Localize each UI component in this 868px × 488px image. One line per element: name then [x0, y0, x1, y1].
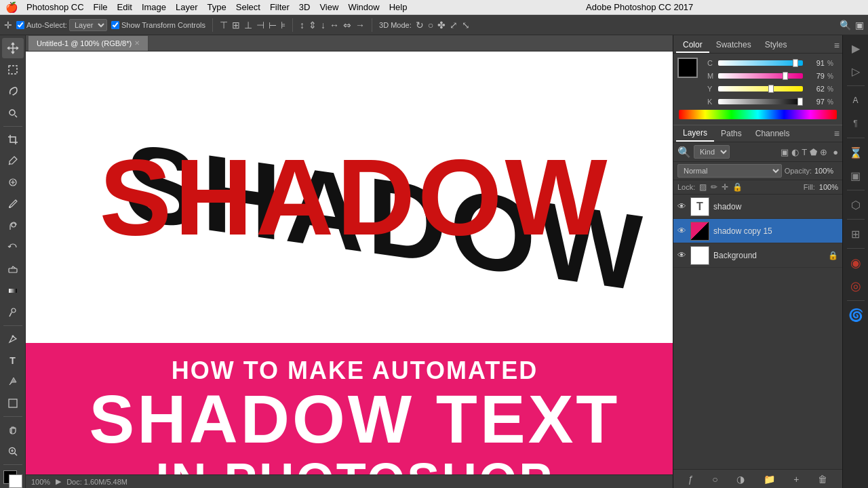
distribute-right-icon[interactable]: →	[355, 20, 365, 30]
lock-all-icon[interactable]: 🔒	[732, 182, 743, 192]
auto-select-dropdown[interactable]: Layer	[69, 19, 107, 31]
lock-position-icon[interactable]: ✛	[722, 182, 728, 192]
k-slider-thumb[interactable]	[797, 98, 803, 106]
canvas-wrapper[interactable]: SHADOW SHADOW HOW TO MAKE AUTOMATED SHAD…	[26, 52, 673, 474]
show-transform-checkbox[interactable]	[111, 21, 119, 29]
3d-scale-icon[interactable]: ⤡	[462, 20, 470, 30]
filter-shape-icon[interactable]: ⬟	[810, 147, 817, 157]
menu-view[interactable]: View	[319, 2, 338, 12]
properties-panel-icon[interactable]: ⊞	[846, 224, 866, 244]
history-panel-icon[interactable]: ⌛	[846, 142, 866, 163]
c-slider[interactable]	[718, 60, 803, 66]
tab-close-button[interactable]: ✕	[134, 39, 140, 47]
distribute-top-icon[interactable]: ↕	[300, 20, 304, 30]
path-selection-tool[interactable]	[2, 371, 24, 392]
align-vert-center-icon[interactable]: ⊞	[232, 20, 240, 30]
panel-arrow-icon[interactable]: ▶	[846, 38, 866, 58]
extra-panel-icon[interactable]: 🌀	[846, 305, 866, 325]
y-slider[interactable]	[718, 86, 803, 92]
rectangular-marquee-tool[interactable]	[2, 60, 24, 80]
auto-select-checkbox[interactable]	[16, 21, 24, 29]
lock-image-icon[interactable]: ✏	[711, 182, 717, 192]
text-tool[interactable]: T	[2, 350, 24, 371]
align-bottom-icon[interactable]: ⊥	[244, 20, 252, 30]
tab-layers[interactable]: Layers	[676, 125, 714, 142]
color-swatch[interactable]	[677, 58, 698, 78]
lock-transparent-icon[interactable]: ▨	[699, 182, 707, 192]
effects-panel-icon[interactable]: ◎	[846, 276, 866, 296]
shape-tool[interactable]	[2, 393, 24, 413]
quick-select-tool[interactable]	[2, 103, 24, 123]
hand-tool[interactable]	[2, 420, 24, 440]
tab-styles[interactable]: Styles	[758, 38, 794, 53]
align-right-icon[interactable]: ⊧	[281, 20, 285, 30]
color-panel-menu[interactable]: ≡	[834, 40, 840, 51]
filter-toggle[interactable]: ●	[833, 147, 838, 157]
actions-panel-icon[interactable]: ▣	[846, 165, 866, 186]
blend-mode-select[interactable]: Normal	[677, 164, 782, 178]
workspace-icon[interactable]: ▣	[855, 20, 864, 30]
layer-item[interactable]: 👁 T shadow	[673, 195, 842, 219]
color-swatch-area[interactable]	[3, 470, 22, 488]
menu-select[interactable]: Select	[236, 2, 260, 12]
3d-slide-icon[interactable]: ⤢	[450, 20, 458, 30]
align-horiz-center-icon[interactable]: ⊢	[269, 20, 277, 30]
layers-panel-menu[interactable]: ≡	[834, 128, 840, 139]
zoom-tool[interactable]	[2, 441, 24, 462]
search-icon[interactable]: 🔍	[840, 20, 851, 30]
layer-visibility-eye[interactable]: 👁	[677, 226, 686, 236]
distribute-vert-icon[interactable]: ⇕	[309, 20, 317, 30]
c-slider-thumb[interactable]	[793, 59, 798, 67]
align-left-icon[interactable]: ⊣	[256, 20, 264, 30]
menu-layer[interactable]: Layer	[176, 2, 198, 12]
menu-image[interactable]: Image	[142, 2, 166, 12]
add-adjustment-icon[interactable]: ◑	[736, 474, 745, 485]
pen-tool[interactable]	[2, 329, 24, 349]
add-style-icon[interactable]: ƒ	[688, 474, 694, 485]
y-slider-thumb[interactable]	[768, 85, 774, 93]
move-tool[interactable]	[2, 38, 24, 58]
3d-roll-icon[interactable]: ○	[428, 20, 433, 30]
distribute-bottom-icon[interactable]: ↓	[321, 20, 326, 30]
tab-paths[interactable]: Paths	[714, 126, 749, 141]
brush-tool[interactable]	[2, 194, 24, 214]
crop-tool[interactable]	[2, 129, 24, 150]
filter-pixel-icon[interactable]: ▣	[781, 147, 789, 157]
m-slider-thumb[interactable]	[783, 72, 788, 80]
filter-text-icon[interactable]: T	[802, 147, 807, 157]
color-spectrum[interactable]	[679, 110, 837, 119]
dodge-tool[interactable]	[2, 302, 24, 323]
menu-type[interactable]: Type	[208, 2, 226, 12]
menu-file[interactable]: File	[94, 2, 108, 12]
eraser-tool[interactable]	[2, 259, 24, 279]
distribute-horiz-icon[interactable]: ⇔	[343, 20, 351, 30]
clone-stamp-tool[interactable]	[2, 216, 24, 236]
layer-visibility-eye[interactable]: 👁	[677, 201, 686, 211]
filter-smart-icon[interactable]: ⊕	[820, 147, 827, 157]
background-color[interactable]	[9, 474, 22, 488]
tab-swatches[interactable]: Swatches	[709, 38, 758, 53]
distribute-left-icon[interactable]: ↔	[330, 20, 339, 30]
add-mask-icon[interactable]: ○	[712, 474, 717, 485]
3d-rotate-icon[interactable]: ↻	[416, 20, 424, 30]
add-group-icon[interactable]: 📁	[764, 474, 775, 485]
menu-help[interactable]: Help	[389, 2, 408, 12]
menu-window[interactable]: Window	[348, 2, 379, 12]
tab-color[interactable]: Color	[676, 38, 709, 53]
paragraph-panel-icon[interactable]: ¶	[846, 113, 866, 134]
document-tab[interactable]: Untitled-1 @ 100% (RGB/8*) ✕	[28, 36, 149, 51]
adjustments-panel-icon[interactable]: ◉	[846, 253, 866, 273]
eyedropper-tool[interactable]	[2, 150, 24, 171]
history-brush-tool[interactable]	[2, 237, 24, 258]
panel-play-icon[interactable]: ▷	[846, 61, 866, 81]
menu-photoshop[interactable]: Photoshop CC	[26, 2, 84, 12]
k-slider[interactable]	[718, 99, 803, 104]
tab-channels[interactable]: Channels	[749, 126, 797, 141]
align-top-icon[interactable]: ⊤	[220, 20, 228, 30]
menu-filter[interactable]: Filter	[270, 2, 290, 12]
menu-edit[interactable]: Edit	[117, 2, 132, 12]
lasso-tool[interactable]	[2, 81, 24, 102]
layer-item[interactable]: 👁 Background 🔒	[673, 243, 842, 268]
menu-3d[interactable]: 3D	[299, 2, 311, 12]
layers-filter-select[interactable]: Kind	[694, 145, 730, 159]
